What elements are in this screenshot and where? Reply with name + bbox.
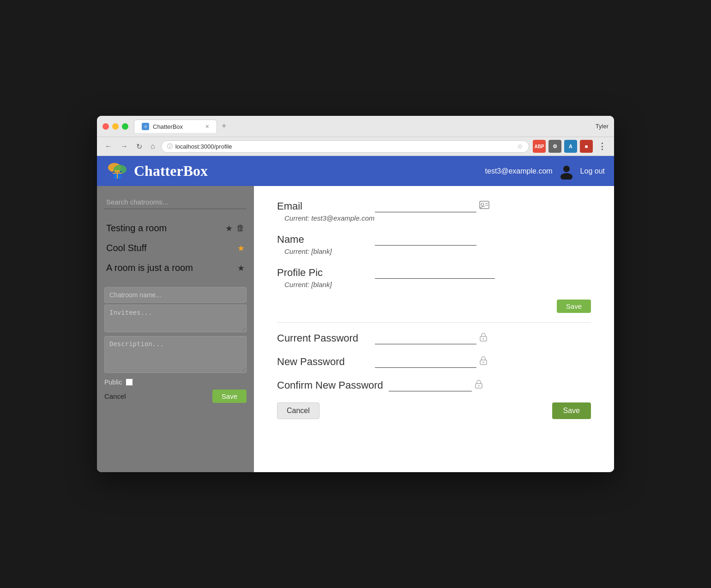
name-field-group: Name Current: [blank] [277, 233, 591, 255]
more-menu-button[interactable]: ⋮ [596, 140, 609, 153]
profile-pic-row: Profile Pic [277, 266, 591, 279]
chatroom-name[interactable]: A room is just a room [106, 263, 234, 273]
new-tab-button[interactable]: + [217, 120, 231, 133]
profile-pic-label: Profile Pic [277, 267, 369, 279]
extensions-bar: ABP ⚙ A ■ ⋮ [533, 140, 609, 153]
svg-point-11 [481, 203, 484, 206]
new-password-field-group: New Password [277, 355, 591, 368]
browser-titlebar: ⚛ ChatterBox × + Tyler [97, 116, 614, 137]
public-label: Public [104, 378, 122, 386]
back-button[interactable]: ← [102, 141, 114, 151]
new-password-input[interactable] [375, 355, 476, 368]
forward-button[interactable]: → [118, 141, 130, 151]
svg-rect-5 [113, 173, 122, 174]
app-logo-icon [106, 160, 128, 182]
cancel-button[interactable]: Cancel [104, 392, 126, 400]
titlebar-top: ⚛ ChatterBox × + Tyler [102, 120, 609, 137]
email-input[interactable] [375, 200, 476, 212]
traffic-lights [102, 123, 128, 130]
email-input-wrapper [375, 200, 591, 212]
current-password-input[interactable] [375, 332, 476, 344]
description-input[interactable] [104, 336, 247, 373]
browser-toolbar: ← → ↻ ⌂ ⓘ localhost:3000/profile ☆ ABP ⚙… [97, 137, 614, 156]
profile-pic-current: Current: [blank] [284, 281, 591, 288]
profile-pic-field-group: Profile Pic Current: [blank] [277, 266, 591, 288]
minimize-button[interactable] [112, 123, 119, 130]
new-password-label: New Password [277, 356, 369, 368]
app-title: ChatterBox [134, 162, 208, 180]
svg-rect-4 [117, 171, 118, 179]
extension-abp[interactable]: ABP [533, 140, 546, 153]
email-current: Current: test3@example.com [284, 214, 591, 222]
logout-button[interactable]: Log out [580, 167, 605, 175]
svg-point-8 [563, 166, 570, 172]
sidebar: Testing a room ★ 🗑 Cool Stuff ★ A room i… [97, 186, 254, 472]
chatroom-item: A room is just a room ★ [104, 258, 247, 278]
save-info-button[interactable]: Save [557, 300, 591, 313]
star-icon[interactable]: ★ [237, 263, 245, 273]
search-container [104, 195, 247, 209]
tab-bar: ⚛ ChatterBox × + [134, 120, 596, 133]
chatroom-name[interactable]: Testing a room [106, 223, 222, 234]
name-input-wrapper [375, 233, 591, 246]
svg-point-19 [478, 385, 479, 387]
new-password-row: New Password [277, 355, 591, 368]
save-button[interactable]: Save [552, 402, 591, 419]
confirm-password-field-group: Confirm New Password [277, 379, 591, 391]
star-icon[interactable]: ★ [225, 223, 233, 234]
profile-pic-input[interactable] [375, 266, 495, 279]
search-input[interactable] [104, 195, 247, 209]
email-field-group: Email [277, 200, 591, 222]
browser-window: ⚛ ChatterBox × + Tyler ← → ↻ ⌂ ⓘ localho… [97, 116, 614, 472]
bookmark-icon[interactable]: ☆ [517, 143, 523, 150]
star-icon[interactable]: ★ [237, 243, 245, 253]
lock-icon-2 [479, 356, 488, 367]
divider [277, 322, 591, 323]
lock-icon-1 [479, 332, 488, 344]
form-actions: Cancel Save [104, 390, 247, 403]
contact-card-icon [479, 201, 489, 211]
url-text: localhost:3000/profile [175, 143, 514, 150]
current-password-field-group: Current Password [277, 332, 591, 344]
confirm-password-row: Confirm New Password [277, 379, 591, 391]
chatroom-item: Testing a room ★ 🗑 [104, 218, 247, 238]
browser-user: Tyler [596, 123, 609, 130]
name-current: Current: [blank] [284, 247, 591, 255]
invitees-input[interactable] [104, 305, 247, 332]
user-avatar [558, 163, 575, 180]
svg-point-9 [560, 173, 572, 180]
chatroom-name-input[interactable] [104, 287, 247, 303]
extension-red[interactable]: ■ [580, 140, 593, 153]
tab-close-icon[interactable]: × [205, 123, 209, 130]
extension-a[interactable]: A [564, 140, 577, 153]
maximize-button[interactable] [122, 123, 128, 130]
save-room-button[interactable]: Save [212, 390, 247, 403]
chatroom-item: Cool Stuff ★ [104, 238, 247, 258]
address-bar[interactable]: ⓘ localhost:3000/profile ☆ [161, 140, 529, 153]
info-icon: ⓘ [167, 143, 173, 150]
profile-pic-input-wrapper [375, 266, 591, 279]
home-button[interactable]: ⌂ [148, 141, 157, 151]
profile-panel: Email [254, 186, 614, 472]
name-row: Name [277, 233, 591, 246]
email-label: Email [277, 200, 369, 212]
name-label: Name [277, 234, 369, 246]
confirm-password-input[interactable] [389, 379, 472, 391]
cancel-button[interactable]: Cancel [277, 402, 319, 419]
name-input[interactable] [375, 233, 476, 246]
public-row: Public [104, 378, 247, 386]
reload-button[interactable]: ↻ [134, 141, 145, 152]
current-password-row: Current Password [277, 332, 591, 344]
app-header: ChatterBox test3@example.com Log out [97, 156, 614, 186]
chatroom-name[interactable]: Cool Stuff [106, 243, 234, 253]
public-checkbox[interactable] [126, 378, 133, 386]
user-email: test3@example.com [485, 167, 553, 175]
close-button[interactable] [102, 123, 109, 130]
extension-gear[interactable]: ⚙ [548, 140, 561, 153]
delete-icon[interactable]: 🗑 [236, 223, 245, 233]
active-tab[interactable]: ⚛ ChatterBox × [134, 120, 217, 133]
confirm-password-label: Confirm New Password [277, 379, 383, 391]
svg-point-15 [483, 338, 484, 340]
tab-favicon: ⚛ [142, 123, 149, 130]
app-body: Testing a room ★ 🗑 Cool Stuff ★ A room i… [97, 186, 614, 472]
